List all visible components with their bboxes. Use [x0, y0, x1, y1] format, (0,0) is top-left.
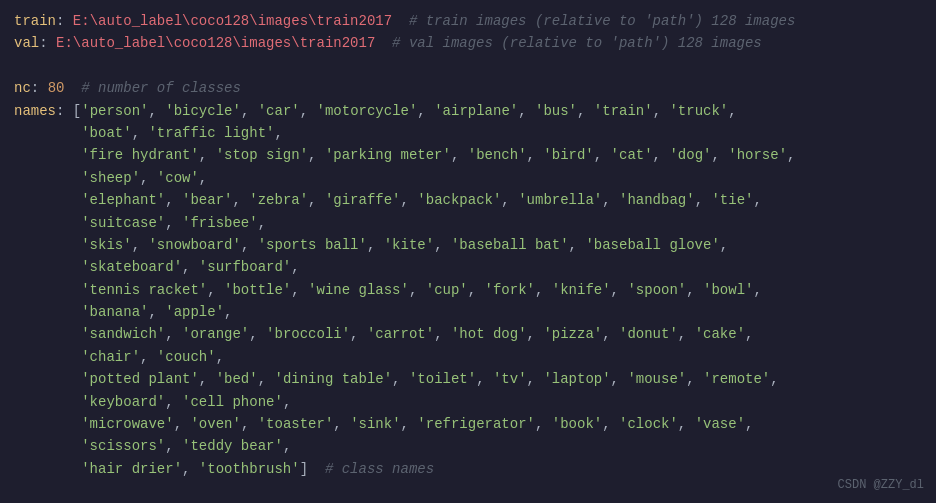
line-2: val: E:\auto_label\coco128\images\train2…: [14, 32, 922, 54]
line-12: 'skateboard', 'surfboard',: [14, 256, 922, 278]
line-7: 'fire hydrant', 'stop sign', 'parking me…: [14, 144, 922, 166]
line-5: names: ['person', 'bicycle', 'car', 'mot…: [14, 100, 922, 122]
line-14: 'banana', 'apple',: [14, 301, 922, 323]
line-6: 'boat', 'traffic light',: [14, 122, 922, 144]
line-21: 'hair drier', 'toothbrush'] # class name…: [14, 458, 922, 480]
code-block: train: E:\auto_label\coco128\images\trai…: [0, 0, 936, 503]
line-11: 'skis', 'snowboard', 'sports ball', 'kit…: [14, 234, 922, 256]
line-1: train: E:\auto_label\coco128\images\trai…: [14, 10, 922, 32]
line-10: 'suitcase', 'frisbee',: [14, 212, 922, 234]
line-13: 'tennis racket', 'bottle', 'wine glass',…: [14, 279, 922, 301]
line-16: 'chair', 'couch',: [14, 346, 922, 368]
line-9: 'elephant', 'bear', 'zebra', 'giraffe', …: [14, 189, 922, 211]
line-3: [14, 55, 922, 77]
line-17: 'potted plant', 'bed', 'dining table', '…: [14, 368, 922, 390]
line-8: 'sheep', 'cow',: [14, 167, 922, 189]
line-15: 'sandwich', 'orange', 'broccoli', 'carro…: [14, 323, 922, 345]
watermark-text: CSDN @ZZY_dl: [838, 476, 924, 495]
line-19: 'microwave', 'oven', 'toaster', 'sink', …: [14, 413, 922, 435]
line-20: 'scissors', 'teddy bear',: [14, 435, 922, 457]
line-18: 'keyboard', 'cell phone',: [14, 391, 922, 413]
line-4: nc: 80 # number of classes: [14, 77, 922, 99]
